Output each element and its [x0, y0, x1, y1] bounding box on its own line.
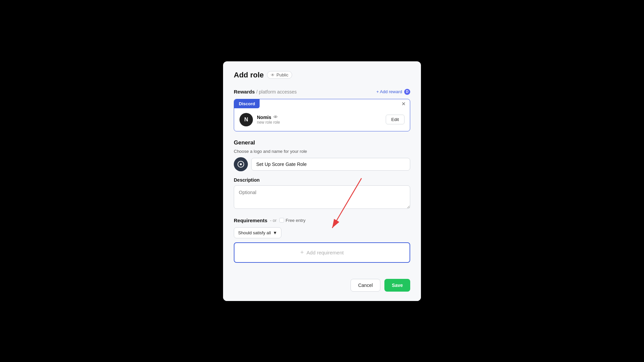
add-requirement-label: Add requirement	[307, 250, 344, 255]
role-name-input[interactable]	[251, 158, 410, 171]
modal-content: Add role 👁 Public Rewards / platform acc…	[223, 61, 421, 272]
save-button[interactable]: Save	[384, 279, 410, 292]
rewards-section-header: Rewards / platform accesses + Add reward…	[234, 89, 410, 95]
add-req-plus-icon: +	[300, 249, 304, 256]
modal-footer: Cancel Save	[223, 272, 421, 301]
add-role-modal: Add role 👁 Public Rewards / platform acc…	[223, 61, 421, 301]
logo-name-row	[234, 157, 410, 171]
logo-circle-dot	[240, 163, 242, 165]
page-overlay: Add role 👁 Public Rewards / platform acc…	[0, 0, 644, 362]
nomis-eye-icon: 👁	[273, 115, 278, 120]
rewards-title: Rewards	[234, 89, 255, 95]
nomis-subtitle: new role role	[257, 120, 280, 125]
cancel-button[interactable]: Cancel	[351, 279, 381, 292]
modal-title: Add role	[234, 71, 264, 79]
discord-card: Discord ✕ N Nomis 👁 new role role	[234, 99, 410, 131]
eye-badge-icon: 👁	[271, 73, 275, 77]
free-entry-text: Free entry	[286, 218, 306, 223]
discord-card-body: N Nomis 👁 new role role Edit	[234, 108, 410, 131]
discord-tab-label: Discord	[234, 99, 260, 108]
nomis-name: Nomis 👁	[257, 115, 280, 120]
req-or-label: - or	[270, 218, 277, 223]
choose-label: Choose a logo and name for your role	[234, 149, 410, 154]
free-entry-checkbox[interactable]	[279, 218, 284, 223]
req-header: Requirements - or Free entry	[234, 218, 410, 223]
modal-header: Add role 👁 Public	[234, 71, 410, 79]
edit-button[interactable]: Edit	[386, 115, 405, 124]
add-reward-button[interactable]: + Add reward D	[376, 89, 410, 95]
discord-icon: D	[404, 89, 410, 95]
requirements-section: Requirements - or Free entry Should sati…	[234, 218, 410, 263]
description-label: Description	[234, 177, 410, 183]
rewards-subtitle: / platform accesses	[256, 89, 297, 95]
requirements-title: Requirements	[234, 218, 267, 223]
chevron-down-icon: ▼	[273, 230, 277, 235]
logo-circle-inner	[237, 161, 244, 168]
discord-card-top: Discord ✕	[234, 99, 410, 108]
nomis-info: Nomis 👁 new role role	[257, 115, 280, 125]
rewards-title-group: Rewards / platform accesses	[234, 89, 297, 95]
public-badge[interactable]: 👁 Public	[267, 71, 292, 79]
should-satisfy-label: Should satisfy all	[238, 230, 271, 235]
add-reward-label: + Add reward	[376, 89, 402, 94]
nomis-avatar: N	[239, 113, 253, 126]
description-textarea[interactable]	[234, 185, 410, 209]
general-title: General	[234, 139, 410, 146]
free-entry-label[interactable]: Free entry	[279, 218, 306, 223]
should-satisfy-select[interactable]: Should satisfy all ▼	[234, 227, 281, 238]
logo-circle-button[interactable]	[234, 157, 248, 171]
add-requirement-button[interactable]: + Add requirement	[234, 242, 410, 263]
public-badge-label: Public	[276, 72, 288, 77]
discord-close-button[interactable]: ✕	[397, 99, 410, 108]
discord-card-left: N Nomis 👁 new role role	[239, 113, 280, 126]
general-section: General Choose a logo and name for your …	[234, 139, 410, 210]
